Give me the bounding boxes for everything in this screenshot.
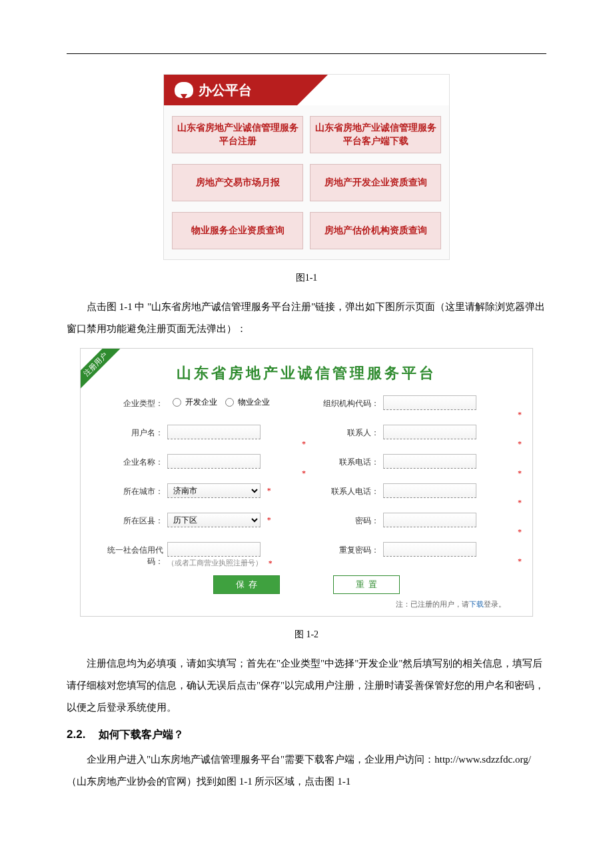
- note-prefix: 注：已注册的用户，请: [396, 600, 469, 608]
- label-password: 密码：: [310, 513, 383, 527]
- figure-1-1: 办公平台 山东省房地产业诚信管理服务平台注册 山东省房地产业诚信管理服务平台客户…: [67, 74, 546, 296]
- row-password: 密码： *: [310, 510, 519, 539]
- row-enterprise-type: 企业类型： 开发企业 物业企业: [94, 393, 303, 422]
- label-company: 企业名称：: [94, 454, 167, 468]
- figure-1-2: 注册用户 山东省房地产业诚信管理服务平台 企业类型： 开发企业 物业企业 组织机…: [67, 348, 546, 653]
- platform-link-appraisal-query[interactable]: 房地产估价机构资质查询: [310, 212, 441, 249]
- required-marker: *: [302, 469, 306, 479]
- label-enterprise-type: 企业类型：: [94, 395, 167, 409]
- input-phone[interactable]: [383, 454, 476, 469]
- platform-link-property-query[interactable]: 物业服务企业资质查询: [172, 212, 303, 249]
- platform-link-monthly[interactable]: 房地产交易市场月报: [172, 164, 303, 201]
- required-marker: *: [518, 410, 522, 420]
- cloud-upload-icon: [175, 82, 193, 98]
- radio-prop-label: 物业企业: [238, 397, 270, 408]
- platform-header: 办公平台: [164, 75, 449, 105]
- required-marker: *: [518, 498, 522, 508]
- reset-button[interactable]: 重置: [333, 575, 400, 594]
- row-username: 用户名： *: [94, 422, 303, 451]
- label-org-code: 组织机构代码：: [310, 395, 383, 409]
- save-button[interactable]: 保存: [213, 575, 280, 594]
- paragraph-1: 点击图 1-1 中 "山东省房地产诚信管理服务平台注册"链接，弹出如下图所示页面…: [67, 296, 546, 340]
- radio-dev-label: 开发企业: [185, 397, 217, 408]
- input-company[interactable]: [167, 454, 261, 469]
- select-district[interactable]: 历下区: [167, 513, 261, 527]
- radio-dev[interactable]: [173, 398, 181, 407]
- button-row: 保存 重置: [94, 575, 519, 594]
- corner-ribbon: 注册用户: [81, 349, 121, 389]
- platform-link-download[interactable]: 山东省房地产业诚信管理服务平台客户端下载: [310, 116, 441, 153]
- paragraph-2: 注册信息均为必填项，请如实填写；首先在"企业类型"中选择"开发企业"然后填写别的…: [67, 653, 546, 719]
- required-marker: *: [518, 439, 522, 449]
- form-body: 企业类型： 开发企业 物业企业 组织机构代码： * 用户名：: [81, 393, 532, 594]
- label-contact: 联系人：: [310, 425, 383, 439]
- platform-panel: 办公平台 山东省房地产业诚信管理服务平台注册 山东省房地产业诚信管理服务平台客户…: [163, 74, 450, 260]
- section-title: 如何下载客户端？: [99, 729, 184, 740]
- row-district: 所在区县： 历下区 *: [94, 510, 303, 539]
- required-marker: *: [518, 469, 522, 479]
- paragraph-3: 企业用户进入"山东房地产诚信管理服务平台"需要下载客户端，企业用户访问：http…: [67, 749, 546, 793]
- form-title: 山东省房地产业诚信管理服务平台: [81, 349, 532, 393]
- required-marker: *: [518, 527, 522, 537]
- input-contact[interactable]: [383, 425, 476, 439]
- note-suffix: 登录。: [484, 600, 506, 608]
- label-phone: 联系电话：: [310, 454, 383, 468]
- required-marker: *: [267, 515, 271, 525]
- row-company: 企业名称： *: [94, 451, 303, 481]
- platform-link-register[interactable]: 山东省房地产业诚信管理服务平台注册: [172, 116, 303, 153]
- required-marker: *: [518, 557, 522, 567]
- label-confirm-password: 重复密码：: [310, 542, 383, 556]
- row-contact-phone: 联系人电话： *: [310, 481, 519, 510]
- row-contact: 联系人： *: [310, 422, 519, 451]
- input-password[interactable]: [383, 513, 476, 527]
- platform-grid: 山东省房地产业诚信管理服务平台注册 山东省房地产业诚信管理服务平台客户端下载 房…: [164, 105, 449, 249]
- login-note: 注：已注册的用户，请下载登录。: [81, 594, 532, 609]
- section-number: 2.2.: [67, 728, 85, 741]
- label-city: 所在城市：: [94, 483, 167, 497]
- required-marker: *: [302, 439, 306, 449]
- row-credit-code: 统一社会信用代码： （或者工商营业执照注册号） *: [94, 539, 303, 569]
- row-phone: 联系电话： *: [310, 451, 519, 481]
- row-confirm-password: 重复密码： *: [310, 539, 519, 569]
- platform-header-label: 办公平台: [199, 81, 252, 99]
- credit-hint-text: （或者工商营业执照注册号）: [167, 559, 263, 567]
- figure-caption-1: 图1-1: [296, 272, 318, 284]
- figure-caption-2: 图 1-2: [295, 629, 318, 641]
- registration-form: 注册用户 山东省房地产业诚信管理服务平台 企业类型： 开发企业 物业企业 组织机…: [80, 348, 533, 617]
- label-username: 用户名：: [94, 425, 167, 439]
- label-credit-code: 统一社会信用代码：: [94, 542, 167, 567]
- section-heading: 2.2.如何下载客户端？: [67, 728, 546, 742]
- row-city: 所在城市： 济南市 *: [94, 481, 303, 510]
- input-credit-code[interactable]: [167, 542, 261, 557]
- horizontal-rule: [67, 53, 546, 54]
- required-marker: *: [269, 559, 273, 569]
- select-city[interactable]: 济南市: [167, 483, 261, 498]
- platform-link-dev-query[interactable]: 房地产开发企业资质查询: [310, 164, 441, 201]
- required-marker: *: [267, 486, 271, 496]
- enterprise-type-radios: 开发企业 物业企业: [167, 395, 303, 408]
- download-link[interactable]: 下载: [469, 600, 484, 608]
- label-district: 所在区县：: [94, 513, 167, 527]
- platform-header-title: 办公平台: [164, 75, 297, 105]
- input-confirm-password[interactable]: [383, 542, 476, 557]
- input-org-code[interactable]: [383, 395, 476, 410]
- input-contact-phone[interactable]: [383, 483, 476, 498]
- row-org-code: 组织机构代码： *: [310, 393, 519, 422]
- credit-code-hint: （或者工商营业执照注册号） *: [167, 558, 303, 569]
- radio-prop[interactable]: [225, 398, 234, 407]
- input-username[interactable]: [167, 425, 261, 439]
- label-contact-phone: 联系人电话：: [310, 483, 383, 497]
- corner-ribbon-label: 注册用户: [81, 349, 120, 389]
